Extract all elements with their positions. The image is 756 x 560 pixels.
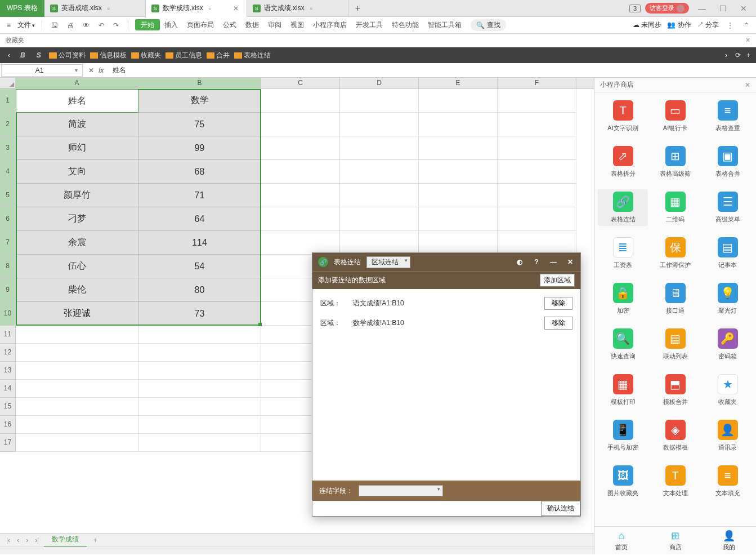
cell[interactable] [340, 89, 419, 113]
row-header[interactable]: 5 [0, 184, 16, 207]
cell[interactable] [340, 231, 419, 255]
cell[interactable] [261, 89, 340, 113]
window-count-badge[interactable]: 3 [629, 5, 641, 12]
applet-item[interactable]: ☰高级菜单 [703, 189, 753, 226]
cell[interactable] [261, 113, 340, 136]
tab-max-icon[interactable]: ▫ [105, 5, 112, 12]
applet-item[interactable]: 🖼图片收藏夹 [598, 463, 648, 500]
redo-icon[interactable]: ↷ [111, 20, 121, 30]
close-icon[interactable]: ✕ [745, 37, 750, 44]
row-header[interactable]: 14 [0, 380, 16, 398]
cell[interactable] [16, 344, 138, 362]
column-header[interactable]: D [340, 78, 419, 88]
ribbon-tab-6[interactable]: 视图 [286, 19, 308, 31]
applet-item[interactable]: ▤记事本 [703, 235, 753, 272]
applet-item[interactable]: ▤联动列表 [650, 326, 700, 363]
applet-item[interactable]: ▦二维码 [650, 189, 700, 226]
ribbon-tab-9[interactable]: 特色功能 [387, 19, 423, 31]
column-header[interactable]: B [138, 78, 261, 88]
cell[interactable]: 伍心 [16, 255, 138, 278]
applet-item[interactable]: 🔒加密 [598, 281, 648, 317]
cell[interactable] [340, 136, 419, 160]
cell[interactable]: 80 [138, 278, 261, 302]
close-icon[interactable]: ✕ [745, 81, 750, 89]
collapse-icon[interactable]: ⌃ [741, 20, 751, 30]
cell[interactable] [138, 362, 261, 380]
print-icon[interactable]: 🖨 [65, 20, 76, 30]
link-field-select[interactable] [359, 485, 443, 496]
remove-button[interactable]: 移除 [544, 297, 572, 310]
ribbon-tab-10[interactable]: 智能工具箱 [423, 19, 466, 31]
sheet-nav-next[interactable]: › [24, 536, 30, 544]
column-header[interactable]: E [419, 78, 498, 88]
row-header[interactable]: 2 [0, 113, 16, 136]
folder-item[interactable]: 合并 [207, 51, 230, 60]
applet-item[interactable]: ▣表格合并 [703, 144, 753, 180]
dialog-titlebar[interactable]: 🔗 表格连结 区域连结 ◐ ? — ✕ [312, 253, 580, 271]
dropdown-icon[interactable]: ▼ [74, 68, 79, 73]
minimize-button[interactable]: — [694, 2, 710, 15]
cell[interactable]: 艾向 [16, 160, 138, 184]
cell[interactable] [419, 184, 498, 207]
cell[interactable]: 68 [138, 160, 261, 184]
cell[interactable]: 数学 [138, 89, 261, 113]
ribbon-tab-7[interactable]: 小程序商店 [308, 19, 351, 31]
applet-item[interactable]: 保工作薄保护 [650, 235, 700, 272]
row-header[interactable]: 10 [0, 302, 16, 326]
cell[interactable] [419, 89, 498, 113]
cell[interactable]: 姓名 [16, 89, 138, 113]
remove-button[interactable]: 移除 [544, 317, 572, 330]
cell[interactable] [261, 184, 340, 207]
cell[interactable] [498, 113, 576, 136]
row-header[interactable]: 12 [0, 344, 16, 362]
add-icon[interactable]: + [746, 51, 750, 59]
maximize-button[interactable]: ☐ [715, 2, 731, 15]
cell[interactable]: 刁梦 [16, 207, 138, 231]
search-box[interactable]: 🔍 查找 [471, 19, 506, 31]
horizontal-scrollbar[interactable] [0, 546, 594, 554]
cell[interactable]: 颜厚竹 [16, 184, 138, 207]
cell[interactable] [138, 326, 261, 344]
sheet-nav-first[interactable]: |‹ [5, 536, 12, 544]
preview-icon[interactable]: 👁 [80, 20, 92, 30]
applet-item[interactable]: ▭AI银行卡 [650, 98, 700, 135]
cell[interactable] [498, 231, 576, 255]
refresh-icon[interactable]: ⟳ [735, 51, 741, 59]
cell[interactable] [419, 231, 498, 255]
cell[interactable]: 75 [138, 113, 261, 136]
fx-icon[interactable]: fx [99, 66, 104, 74]
cell[interactable] [498, 184, 576, 207]
ribbon-tab-2[interactable]: 页面布局 [182, 19, 218, 31]
cell[interactable]: 114 [138, 231, 261, 255]
cell[interactable] [16, 398, 138, 416]
ribbon-tab-8[interactable]: 开发工具 [351, 19, 387, 31]
ribbon-tab-4[interactable]: 数据 [241, 19, 263, 31]
select-all-corner[interactable] [0, 78, 16, 88]
folder-item[interactable]: 员工信息 [165, 51, 202, 60]
theme-icon[interactable]: ◐ [515, 258, 524, 266]
share-button[interactable]: ↗ 分享 [697, 20, 719, 30]
row-header[interactable]: 4 [0, 160, 16, 184]
applet-item[interactable]: T文本处理 [650, 463, 700, 500]
cell[interactable] [340, 160, 419, 184]
help-icon[interactable]: ? [532, 258, 541, 266]
cell[interactable] [261, 231, 340, 255]
nav-next-icon[interactable]: › [723, 51, 730, 59]
cell[interactable] [498, 89, 576, 113]
row-header[interactable]: 3 [0, 136, 16, 160]
row-header[interactable]: 15 [0, 398, 16, 416]
formula-input[interactable]: 姓名 [108, 65, 756, 75]
applet-item[interactable]: ⬀表格拆分 [598, 144, 648, 180]
folder-item[interactable]: 公司资料 [49, 51, 86, 60]
column-header[interactable]: C [261, 78, 340, 88]
applet-item[interactable]: ⬒模板合并 [650, 372, 700, 408]
column-header[interactable]: F [498, 78, 576, 88]
sheet-nav-prev[interactable]: ‹ [15, 536, 21, 544]
strike-indicator[interactable]: S [33, 51, 44, 59]
sync-status[interactable]: ☁ 未同步 [633, 20, 661, 30]
cell[interactable] [16, 434, 138, 452]
file-menu[interactable]: 文件 ▾ [17, 20, 35, 30]
folder-item[interactable]: 收藏夹 [131, 51, 161, 60]
mode-select[interactable]: 区域连结 [366, 256, 410, 268]
column-header[interactable]: A [16, 78, 138, 88]
